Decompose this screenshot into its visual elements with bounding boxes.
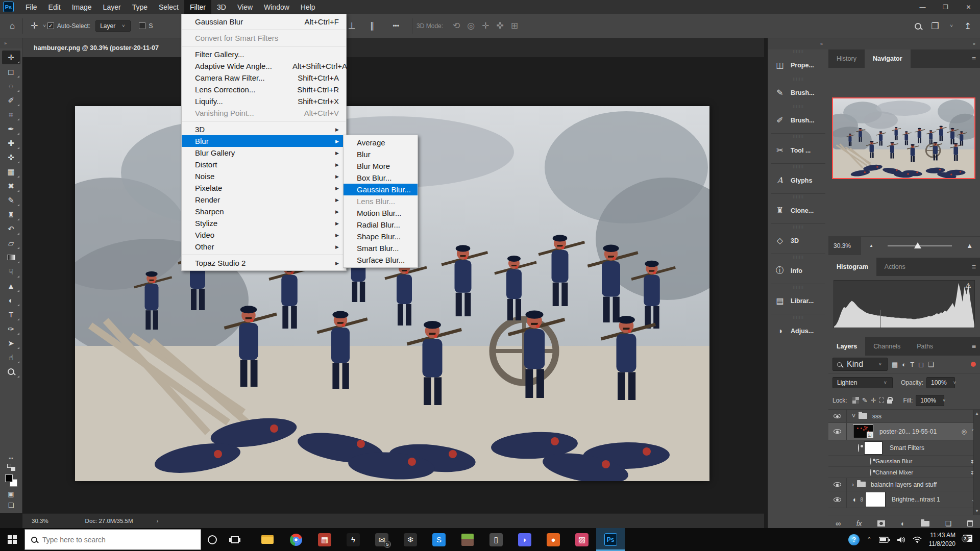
filter-mask-thumbnail[interactable] bbox=[864, 441, 883, 455]
blur-submenu-item-shape-blur[interactable]: Shape Blur... bbox=[344, 231, 418, 242]
3d-roll-icon[interactable]: ◎ bbox=[463, 20, 478, 31]
filter-menu-item-noise[interactable]: Noise▶ bbox=[182, 170, 346, 182]
foreground-background-colors[interactable] bbox=[5, 474, 17, 487]
target-dropdown[interactable]: Layer ˅ bbox=[95, 20, 131, 32]
photoshop-icon[interactable]: Ps bbox=[596, 528, 625, 551]
minimize-button[interactable]: — bbox=[911, 0, 934, 14]
blur-submenu-item-radial-blur[interactable]: Radial Blur... bbox=[344, 219, 418, 231]
fill-field[interactable]: 100% ˅ bbox=[916, 395, 944, 406]
delete-layer-icon[interactable] bbox=[967, 520, 973, 527]
volume-icon[interactable] bbox=[897, 536, 905, 543]
filter-menu-item-liquify[interactable]: Liquify...Shift+Ctrl+X bbox=[182, 95, 346, 107]
menubar-item-help[interactable]: Help bbox=[295, 0, 321, 14]
path-select-tool[interactable]: ➤ bbox=[2, 336, 20, 350]
action-center-button[interactable]: 3 bbox=[963, 534, 974, 545]
swap-colors-icon[interactable] bbox=[7, 464, 15, 471]
layer-row-balancin-layers-and-stuff[interactable]: ›balancin layers and stuff bbox=[828, 478, 980, 491]
layer-style-icon[interactable]: fx bbox=[856, 519, 862, 528]
battery-icon[interactable] bbox=[879, 537, 890, 543]
dodge-tool[interactable]: ◐ bbox=[2, 293, 20, 307]
content-aware-move-tool[interactable]: ✖ bbox=[2, 179, 20, 193]
sharpen-tool[interactable]: ▲ bbox=[2, 279, 20, 293]
opacity-field[interactable]: 100% ˅ bbox=[926, 377, 955, 388]
layer-visibility-toggle[interactable] bbox=[828, 423, 847, 440]
chevron-down-icon[interactable]: ˅ bbox=[948, 23, 954, 29]
filter-menu-item-camera-raw-filter[interactable]: Camera Raw Filter...Shift+Ctrl+A bbox=[182, 72, 346, 84]
menubar-item-view[interactable]: View bbox=[232, 0, 258, 14]
layer-row-sss[interactable]: ˅sss bbox=[828, 410, 980, 423]
collapse-group-icon[interactable]: ˅ bbox=[852, 413, 855, 420]
blur-submenu-item-motion-blur[interactable]: Motion Blur... bbox=[344, 207, 418, 219]
slider-thumb[interactable] bbox=[914, 242, 921, 248]
new-group-icon[interactable] bbox=[921, 521, 929, 527]
expand-group-icon[interactable]: › bbox=[852, 481, 854, 488]
zoom-out-icon[interactable]: ▲ bbox=[869, 243, 873, 248]
image-thumb-icon[interactable]: ▨ bbox=[568, 528, 596, 551]
collapse-panels-icon[interactable]: « bbox=[768, 38, 828, 49]
kind-dropdown[interactable]: Kind ˅ bbox=[832, 358, 888, 371]
panel-strip-prope[interactable]: ◫Prope... bbox=[768, 53, 828, 77]
blur-submenu-item-blur-more[interactable]: Blur More bbox=[344, 160, 418, 172]
filter-menu-item-blur-gallery[interactable]: Blur Gallery▶ bbox=[182, 147, 346, 159]
3d-orbit-icon[interactable]: ⟲ bbox=[449, 20, 463, 31]
quick-mask-icon[interactable]: ▣ bbox=[8, 490, 14, 498]
zoom-tool[interactable] bbox=[2, 365, 20, 379]
menubar-item-file[interactable]: File bbox=[20, 0, 43, 14]
blur-submenu-item-blur[interactable]: Blur bbox=[344, 148, 418, 160]
navigator-thumbnail[interactable] bbox=[832, 97, 975, 179]
layer-row-poster-20-19-55-01[interactable]: ◱poster-20... 19-55-01◎⌃ bbox=[828, 423, 980, 440]
taskbar-search[interactable] bbox=[24, 529, 201, 550]
status-chevron-icon[interactable]: › bbox=[157, 518, 159, 524]
move-tool[interactable]: ✛ bbox=[2, 51, 20, 64]
crop-tool[interactable]: ⌗ bbox=[2, 108, 20, 121]
blend-mode-dropdown[interactable]: Lighten ˅ bbox=[832, 377, 893, 388]
bolt-app-icon[interactable]: ϟ bbox=[339, 528, 368, 551]
panel-strip-glyphs[interactable]: AGlyphs bbox=[768, 168, 828, 192]
workspace-icon[interactable]: ❐ bbox=[927, 21, 942, 32]
snowflake-app-icon[interactable]: ❄ bbox=[396, 528, 425, 551]
menubar-item-filter[interactable]: Filter bbox=[184, 0, 211, 14]
chrome-icon[interactable] bbox=[282, 528, 310, 551]
filter-menu-item-distort[interactable]: Distort▶ bbox=[182, 159, 346, 170]
file-explorer-icon[interactable] bbox=[253, 528, 282, 551]
discord-icon[interactable]: ◗ bbox=[510, 528, 539, 551]
expand-panels-icon[interactable]: » bbox=[828, 38, 980, 49]
histogram-warning-icon[interactable]: ⚠ bbox=[965, 282, 971, 289]
healing-brush-tool[interactable]: ✜ bbox=[2, 151, 20, 164]
chevron-down-icon[interactable]: ˅ bbox=[42, 23, 47, 29]
panel-strip-tool[interactable]: ✂Tool ... bbox=[768, 138, 828, 162]
filter-menu-item-3d[interactable]: 3D▶ bbox=[182, 123, 346, 135]
more-options-icon[interactable]: ••• bbox=[389, 22, 403, 30]
search-input[interactable] bbox=[42, 536, 180, 544]
skype-app-icon[interactable]: S bbox=[425, 528, 453, 551]
paint-app-icon[interactable]: ● bbox=[539, 528, 568, 551]
screen-mode-icon[interactable]: ❏ bbox=[8, 502, 14, 509]
layers-scrollbar[interactable]: ▲ ▼ bbox=[973, 410, 980, 515]
tab-actions[interactable]: Actions bbox=[876, 258, 914, 276]
lock-pixels-icon[interactable]: ✎ bbox=[862, 396, 868, 404]
layer-visibility-toggle[interactable] bbox=[828, 478, 847, 491]
auto-select-checkbox[interactable]: ✓ bbox=[47, 22, 54, 29]
filter-shape-layers-icon[interactable]: ◻ bbox=[918, 361, 924, 368]
toolbar-collapse-icon[interactable]: » bbox=[0, 38, 22, 48]
filter-menu-item-render[interactable]: Render▶ bbox=[182, 194, 346, 206]
blur-submenu-item-box-blur[interactable]: Box Blur... bbox=[344, 172, 418, 184]
blur-submenu-item-surface-blur[interactable]: Surface Blur... bbox=[344, 254, 418, 266]
menubar-item-window[interactable]: Window bbox=[258, 0, 295, 14]
lasso-tool[interactable]: ◌ bbox=[2, 79, 20, 93]
filter-smart-objects-icon[interactable]: ❏ bbox=[928, 361, 934, 368]
minecraft-icon[interactable] bbox=[453, 528, 482, 551]
show-transform-checkbox[interactable] bbox=[139, 22, 145, 29]
filter-visibility-toggle[interactable] bbox=[870, 469, 871, 475]
3d-slide-icon[interactable]: ✜ bbox=[493, 20, 507, 31]
adjustment-mask-thumbnail[interactable] bbox=[865, 492, 886, 507]
scroll-down-icon[interactable]: ▼ bbox=[975, 509, 979, 513]
gradient-tool[interactable] bbox=[2, 251, 20, 264]
align-bottom-icon[interactable]: ⊥ bbox=[345, 20, 359, 31]
menubar-item-edit[interactable]: Edit bbox=[43, 0, 66, 14]
filter-menu-item-filter-gallery[interactable]: Filter Gallery... bbox=[182, 48, 346, 60]
lock-all-icon[interactable] bbox=[887, 399, 892, 404]
menubar-item-layer[interactable]: Layer bbox=[97, 0, 127, 14]
brush-tool[interactable]: ✎ bbox=[2, 193, 20, 207]
filter-menu-item-topaz-studio-2[interactable]: Topaz Studio 2▶ bbox=[182, 257, 346, 269]
